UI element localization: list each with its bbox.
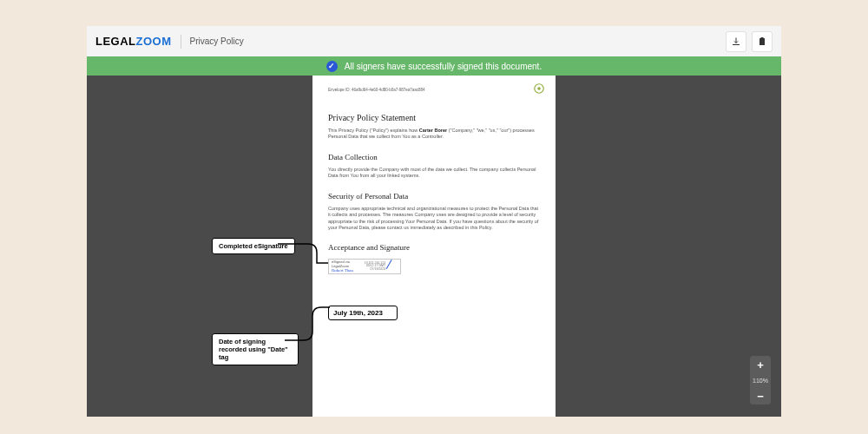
banner-text: All signers have successfully signed thi… xyxy=(345,62,542,71)
doc-paragraph-data: You directly provide the Company with mo… xyxy=(328,167,540,180)
doc-heading-security: Security of Personal Data xyxy=(328,192,540,201)
svg-rect-1 xyxy=(761,37,764,39)
doc-paragraph-security: Company uses appropriate technical and o… xyxy=(328,206,540,232)
viewer-area: Envelope ID: 46afbd64-4e60-4d80-b0a7-987… xyxy=(87,76,781,417)
signer-date: 07/19/2023 xyxy=(365,268,385,272)
zoom-control: + 110% − xyxy=(750,356,771,404)
signed-via-label: eSigned via LegalZoom xyxy=(332,260,365,268)
envelope-id: Envelope ID: 46afbd64-4e60-4d80-b0a7-987… xyxy=(328,88,540,92)
clipboard-button[interactable] xyxy=(752,31,773,52)
document-viewer-window: LEGALZOOM Privacy Policy ✓ All signers h… xyxy=(87,26,781,417)
svg-rect-0 xyxy=(760,38,765,45)
success-banner: ✓ All signers have successfully signed t… xyxy=(87,56,781,76)
clipboard-icon xyxy=(757,36,767,47)
download-icon xyxy=(731,36,741,47)
zoom-out-button[interactable]: − xyxy=(750,387,771,404)
doc-heading-acceptance: Acceptance and Signature xyxy=(328,243,540,252)
logo-text-2: ZOOM xyxy=(136,35,172,48)
seal-icon xyxy=(533,82,545,95)
logo-text-1: LEGAL xyxy=(95,35,136,48)
doc-title: Privacy Policy Statement xyxy=(328,113,540,122)
zoom-level: 110% xyxy=(750,373,771,387)
callout-date-tag: Date of signing recorded using "Date" ta… xyxy=(212,333,299,365)
divider xyxy=(181,35,181,49)
signer-name: Robert Thao xyxy=(332,268,365,273)
header-bar: LEGALZOOM Privacy Policy xyxy=(87,26,781,56)
callout-completed-esignature: Completed eSignature xyxy=(212,238,295,254)
legalzoom-logo: LEGALZOOM xyxy=(95,35,172,48)
breadcrumb: Privacy Policy xyxy=(190,36,244,46)
zoom-in-button[interactable]: + xyxy=(750,356,771,373)
doc-paragraph-intro: This Privacy Policy ("Policy") explains … xyxy=(328,128,540,141)
date-tag-field: July 19th, 2023 xyxy=(328,306,398,320)
doc-heading-data-collection: Data Collection xyxy=(328,153,540,161)
svg-point-3 xyxy=(537,87,541,90)
download-button[interactable] xyxy=(726,31,746,52)
check-icon: ✓ xyxy=(326,61,338,72)
slash-icon xyxy=(386,260,399,273)
signature-block: eSigned via LegalZoom Robert Thao 19.101… xyxy=(328,259,401,274)
document-page: Envelope ID: 46afbd64-4e60-4d80-b0a7-987… xyxy=(312,76,556,417)
